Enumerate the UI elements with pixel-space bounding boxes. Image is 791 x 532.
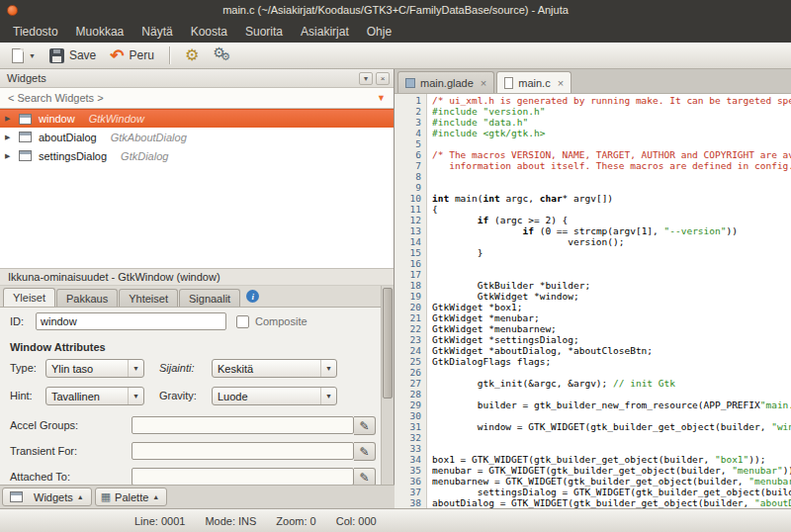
toolbar-separator <box>169 46 170 64</box>
code-line: version(); <box>432 236 791 247</box>
menu-item-tiedosto[interactable]: Tiedosto <box>4 21 67 43</box>
pencil-icon: ✎ <box>359 419 369 433</box>
window-close-button[interactable] <box>7 5 18 16</box>
pencil-icon: ✎ <box>359 471 369 485</box>
id-label: ID: <box>10 312 24 331</box>
properties-tabs: YleisetPakkausYhteisetSignaaliti <box>0 286 394 308</box>
chevron-down-icon[interactable]: ▼ <box>29 52 36 59</box>
expander-icon[interactable]: ▶ <box>5 115 17 123</box>
accel-groups-edit-button[interactable]: ✎ <box>354 416 376 435</box>
id-input[interactable]: window <box>36 312 226 330</box>
code-line: menubarnew = GTK_WIDGET(gtk_builder_get_… <box>432 476 791 487</box>
widget-tree: ▶windowGtkWindow▶aboutDialogGtkAboutDial… <box>0 109 394 199</box>
chevron-down-icon: ▼ <box>320 360 336 377</box>
chevron-down-icon: ▼ <box>320 388 336 404</box>
position-combobox[interactable]: Keskitä▼ <box>212 359 337 378</box>
expander-icon[interactable]: ▶ <box>5 133 17 141</box>
info-icon[interactable]: i <box>246 290 259 303</box>
code-line <box>432 367 791 378</box>
pencil-icon: ✎ <box>359 445 369 459</box>
widget-type: GtkAboutDialog <box>111 132 187 143</box>
gears-icon: ⚙⚙ <box>213 46 232 64</box>
menu-item-näytä[interactable]: Näytä <box>132 21 181 43</box>
tree-row-window[interactable]: ▶windowGtkWindow <box>0 109 394 128</box>
glade-file-icon <box>405 78 415 88</box>
code-line: int main(int argc, char* argv[]) <box>432 193 791 204</box>
editor-tab-main.c[interactable]: main.c× <box>496 71 571 93</box>
panel-minimize-button[interactable]: ▾ <box>359 72 373 85</box>
panel-close-button[interactable]: × <box>376 72 390 85</box>
menu-item-muokkaa[interactable]: Muokkaa <box>67 21 133 43</box>
widget-icon <box>19 114 32 125</box>
save-icon <box>49 48 64 63</box>
chevron-up-icon: ▲ <box>77 493 84 500</box>
attached-to-input[interactable] <box>132 468 354 486</box>
transient-for-input[interactable] <box>132 442 354 460</box>
line-number-gutter: 1 2 3 4 5 6 7 8 9 10 11 12 13 14 15 16 1… <box>395 94 427 508</box>
save-button[interactable]: Save <box>43 44 103 67</box>
code-line: /* The macros VERSION, NAME, TARGET, AUT… <box>432 149 791 160</box>
tab-signaalit[interactable]: Signaalit <box>179 289 240 307</box>
dock-bar: Widgets ▲ ▦ Palette ▲ <box>0 485 395 508</box>
widget-type: GtkDialog <box>121 150 168 162</box>
save-label: Save <box>69 48 96 62</box>
search-chevron-icon[interactable]: ▼ <box>377 93 386 103</box>
widget-search-input[interactable]: < Search Widgets > ▼ <box>0 88 394 109</box>
code-line: box1 = GTK_WIDGET(gtk_builder_get_object… <box>432 454 791 465</box>
chevron-down-icon: ▼ <box>128 388 143 404</box>
menu-item-suorita[interactable]: Suorita <box>236 21 292 43</box>
code-line: GtkWidget *menubar; <box>432 312 791 323</box>
tree-row-aboutDialog[interactable]: ▶aboutDialogGtkAboutDialog <box>0 128 394 146</box>
code-line: GtkWidget *box1; <box>432 302 791 312</box>
editor-tab-label: main.glade <box>420 77 474 89</box>
editor-tab-main.glade[interactable]: main.glade× <box>397 71 494 93</box>
chevron-up-icon: ▲ <box>152 493 159 500</box>
close-icon[interactable]: × <box>558 77 564 89</box>
code-line: #include "data.h" <box>432 117 791 128</box>
editor-pane: main.glade×main.c× 1 2 3 4 5 6 7 8 9 10 … <box>395 69 791 508</box>
code-line: /* ui_xml.h is generated by running make… <box>432 95 791 106</box>
build-gear-icon: ⚙ <box>185 47 199 63</box>
undo-label: Peru <box>130 48 154 62</box>
build-button[interactable]: ⚙ <box>178 44 206 67</box>
menu-item-koosta[interactable]: Koosta <box>182 21 236 43</box>
menubar: TiedostoMuokkaaNäytäKoostaSuoritaAsiakir… <box>0 21 791 43</box>
widget-tree-empty-area <box>0 199 394 268</box>
widget-icon <box>19 132 32 142</box>
preferences-button[interactable]: ⚙⚙ <box>206 44 239 67</box>
toolbar: ▼ Save ↶ Peru ⚙ ⚙⚙ <box>0 43 791 69</box>
code-line: builder = gtk_builder_new_from_resource(… <box>432 399 791 410</box>
expander-icon[interactable]: ▶ <box>5 152 17 160</box>
transient-for-edit-button[interactable]: ✎ <box>354 442 376 461</box>
status-item: Zoom: 0 <box>276 515 315 527</box>
editor-tabs: main.glade×main.c× <box>395 69 791 94</box>
tree-row-settingsDialog[interactable]: ▶settingsDialogGtkDialog <box>0 146 394 165</box>
menu-item-asiakirjat[interactable]: Asiakirjat <box>292 21 358 43</box>
code-line <box>432 443 791 454</box>
close-icon[interactable]: × <box>481 77 486 89</box>
undo-button[interactable]: ↶ Peru <box>103 44 161 67</box>
widget-search-placeholder: < Search Widgets > <box>8 92 104 104</box>
code-line: GtkBuilder *builder; <box>432 280 791 291</box>
dock-widgets-button[interactable]: Widgets ▲ <box>2 488 92 506</box>
accel-groups-input[interactable] <box>132 416 354 434</box>
dock-palette-button[interactable]: ▦ Palette ▲ <box>95 488 168 506</box>
new-file-button[interactable]: ▼ <box>5 44 43 67</box>
tab-pakkaus[interactable]: Pakkaus <box>56 289 118 307</box>
composite-checkbox[interactable] <box>236 315 249 328</box>
anjuta-window: main.c (~/Asiakirjat/Koodaus/GTK3+C/Fami… <box>0 0 791 532</box>
tab-yleiset[interactable]: Yleiset <box>3 288 55 307</box>
new-document-icon <box>12 48 24 63</box>
widget-icon <box>19 150 32 161</box>
hint-combobox[interactable]: Tavallinen▼ <box>45 387 144 405</box>
type-combobox[interactable]: Ylin taso▼ <box>45 359 144 378</box>
widgets-panel: Widgets ▾ × < Search Widgets > ▼ ▶window… <box>0 69 395 508</box>
code-area[interactable]: /* ui_xml.h is generated by running make… <box>432 94 791 508</box>
code-line <box>432 389 791 399</box>
widget-type: GtkWindow <box>89 113 144 125</box>
code-line: GtkWidget *aboutDialog, *aboutCloseBtn; <box>432 345 791 356</box>
gravity-combobox[interactable]: Luode▼ <box>212 387 337 405</box>
scrollbar-thumb[interactable] <box>383 288 393 399</box>
tab-yhteiset[interactable]: Yhteiset <box>119 289 178 307</box>
menu-item-ohje[interactable]: Ohje <box>358 21 400 43</box>
